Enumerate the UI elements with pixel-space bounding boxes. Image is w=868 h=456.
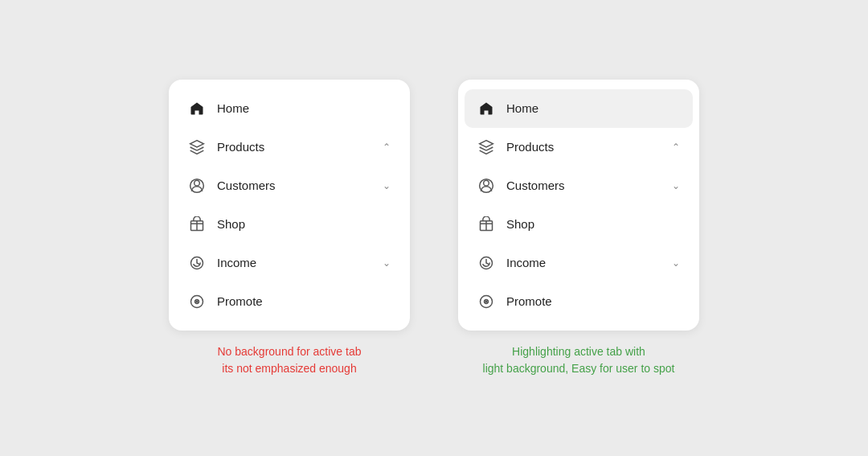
left-products-label: Products (217, 140, 383, 154)
right-caption-line2: light background, Easy for user to spot (483, 360, 675, 377)
left-home-label: Home (217, 101, 391, 115)
left-caption-line1: No background for active tab (218, 343, 362, 360)
right-customers-label: Customers (506, 179, 672, 192)
svg-line-12 (480, 147, 486, 150)
income-icon-right (477, 254, 495, 272)
promote-icon-right (477, 293, 495, 310)
panels-row: Home Products ⌃ (169, 80, 699, 377)
left-caption-line2: its not emphasized enough (218, 360, 362, 377)
promote-icon (188, 293, 206, 310)
income-icon (188, 254, 206, 272)
products-icon (188, 138, 206, 156)
customers-icon-right (477, 177, 495, 195)
left-nav-shop[interactable]: Shop (169, 205, 410, 244)
right-income-label: Income (506, 256, 672, 269)
shop-icon (188, 216, 206, 233)
home-icon-right (477, 100, 495, 117)
svg-line-2 (197, 147, 203, 150)
left-caption: No background for active tab its not emp… (218, 343, 362, 377)
income-chevron-down-icon: ⌄ (383, 257, 391, 269)
home-icon (188, 100, 206, 117)
svg-point-14 (484, 180, 489, 186)
left-income-label: Income (217, 256, 383, 269)
right-nav-products[interactable]: Products ⌃ (458, 128, 699, 166)
right-shop-label: Shop (506, 217, 680, 231)
svg-line-13 (486, 147, 493, 150)
right-nav-promote[interactable]: Promote (458, 282, 699, 321)
left-shop-label: Shop (217, 217, 391, 231)
right-products-label: Products (506, 140, 672, 154)
shop-icon-right (477, 216, 495, 233)
left-promote-label: Promote (217, 294, 391, 308)
left-nav-promote[interactable]: Promote (169, 282, 410, 321)
right-nav-income[interactable]: Income ⌄ (458, 244, 699, 282)
right-caption: Highlighting active tab with light backg… (483, 343, 675, 377)
right-promote-label: Promote (506, 294, 680, 308)
right-income-chevron-down-icon: ⌄ (672, 257, 680, 269)
customers-icon (188, 177, 206, 195)
svg-line-1 (190, 147, 197, 150)
right-card: Home Products ⌃ (458, 80, 699, 331)
right-panel-wrapper: Home Products ⌃ (458, 80, 699, 377)
right-nav-home[interactable]: Home (465, 89, 693, 128)
left-card: Home Products ⌃ (169, 80, 410, 331)
right-caption-line1: Highlighting active tab with (483, 343, 675, 360)
left-nav-customers[interactable]: Customers ⌄ (169, 166, 410, 205)
svg-point-3 (194, 180, 200, 186)
products-chevron-up-icon: ⌃ (383, 142, 391, 153)
left-customers-label: Customers (217, 179, 383, 192)
left-panel-wrapper: Home Products ⌃ (169, 80, 410, 377)
left-nav-income[interactable]: Income ⌄ (169, 244, 410, 282)
right-nav-customers[interactable]: Customers ⌄ (458, 166, 699, 205)
right-products-chevron-up-icon: ⌃ (672, 142, 680, 153)
customers-chevron-down-icon: ⌄ (383, 180, 391, 191)
left-nav-home[interactable]: Home (169, 89, 410, 128)
products-icon-right (477, 138, 495, 156)
right-nav-shop[interactable]: Shop (458, 205, 699, 244)
svg-marker-0 (190, 140, 204, 146)
left-nav-products[interactable]: Products ⌃ (169, 128, 410, 166)
right-customers-chevron-down-icon: ⌄ (672, 180, 680, 191)
svg-marker-11 (480, 140, 493, 146)
right-home-label: Home (506, 101, 680, 115)
